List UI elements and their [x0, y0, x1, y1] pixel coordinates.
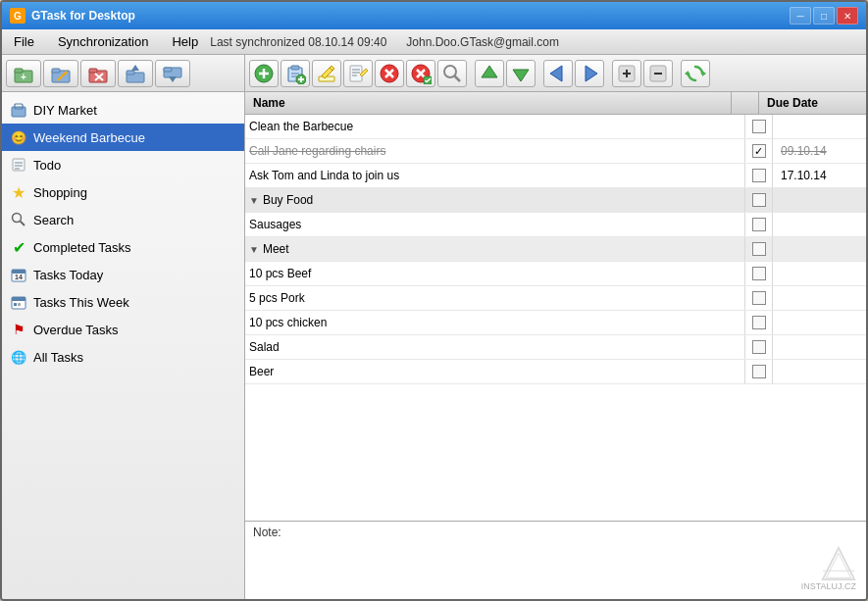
task-checkbox[interactable]	[752, 340, 766, 354]
table-row[interactable]: Sausages	[245, 213, 866, 237]
menu-file[interactable]: File	[2, 29, 46, 54]
sidebar-item-diy-market[interactable]: DIY Market	[2, 96, 244, 124]
task-list-container: Name Due Date Clean the Barbecue	[245, 92, 866, 521]
delete-completed-button[interactable]	[406, 60, 435, 87]
task-check-cell[interactable]	[745, 311, 773, 334]
sidebar-item-search[interactable]: Search	[2, 206, 244, 233]
table-row[interactable]: Beer	[245, 360, 866, 384]
task-checkbox[interactable]	[752, 218, 766, 231]
svg-marker-54	[685, 71, 689, 76]
table-row[interactable]: Salad	[245, 335, 866, 360]
task-date-cell: 09.10.14	[773, 139, 866, 163]
zoom-out-button[interactable]	[643, 60, 673, 87]
task-check-cell[interactable]	[745, 335, 773, 359]
weekend-barbecue-icon: 😊	[10, 128, 27, 146]
shopping-label: Shopping	[33, 185, 87, 200]
main-area: DIY Market 😊 Weekend Barbecue Todo ★ Sho…	[2, 92, 866, 599]
sidebar-item-todo[interactable]: Todo	[2, 151, 244, 178]
task-name: 10 pcs chicken	[249, 316, 327, 329]
task-check-cell[interactable]	[745, 115, 773, 138]
note-label: Note:	[245, 522, 866, 543]
menu-help[interactable]: Help	[160, 29, 210, 54]
task-checkbox[interactable]	[752, 267, 766, 280]
edit-list-button[interactable]	[43, 60, 78, 87]
zoom-in-button[interactable]	[612, 60, 641, 87]
task-checkbox[interactable]	[752, 242, 766, 256]
sidebar-item-overdue-tasks[interactable]: ⚑ Overdue Tasks	[2, 316, 244, 343]
task-checkbox[interactable]: ✓	[752, 144, 766, 158]
add-subtask-button[interactable]	[281, 60, 310, 87]
sidebar-item-shopping[interactable]: ★ Shopping	[2, 178, 244, 206]
edit-task-button[interactable]	[312, 60, 341, 87]
task-name: Ask Tom and Linda to join us	[249, 169, 399, 182]
close-button[interactable]: ✕	[837, 7, 858, 25]
task-checkbox[interactable]	[752, 120, 766, 133]
sidebar-item-all-tasks[interactable]: 🌐 All Tasks	[2, 343, 244, 371]
task-check-cell[interactable]	[745, 213, 773, 236]
app-icon: G	[10, 8, 26, 24]
move-down-list-button[interactable]	[155, 60, 190, 87]
add-list-button[interactable]: +	[6, 60, 41, 87]
task-name: Beer	[249, 365, 274, 378]
svg-marker-45	[513, 70, 529, 81]
expand-icon[interactable]: ▼	[249, 195, 259, 206]
remove-list-button[interactable]	[80, 60, 116, 87]
table-row[interactable]: 10 pcs Beef	[245, 262, 866, 286]
expand-icon[interactable]: ▼	[249, 244, 259, 255]
task-check-cell[interactable]: ✓	[745, 139, 773, 163]
task-check-cell[interactable]	[745, 164, 773, 187]
task-checkbox[interactable]	[752, 291, 766, 305]
task-check-cell[interactable]	[745, 188, 773, 212]
task-name: Sausages	[249, 218, 301, 231]
add-task-button[interactable]	[249, 60, 279, 87]
task-checkbox[interactable]	[752, 365, 766, 378]
minimize-button[interactable]: ─	[790, 7, 811, 25]
refresh-button[interactable]	[681, 60, 710, 87]
task-name-cell: 5 pcs Pork	[245, 286, 745, 310]
task-checkbox[interactable]	[752, 193, 766, 207]
move-left-button[interactable]	[543, 60, 573, 87]
task-date-cell	[773, 213, 866, 236]
maximize-button[interactable]: □	[813, 7, 835, 25]
table-row[interactable]: ▼ Meet	[245, 237, 866, 262]
table-row[interactable]: 5 pcs Pork	[245, 286, 866, 311]
menu-synchronization[interactable]: Synchronization	[46, 29, 161, 54]
move-up-button[interactable]	[475, 60, 504, 87]
table-row[interactable]: Ask Tom and Linda to join us 17.10.14	[245, 164, 866, 188]
move-up-list-button[interactable]	[118, 60, 153, 87]
svg-text:14: 14	[15, 274, 23, 280]
task-check-cell[interactable]	[745, 237, 773, 261]
sidebar-item-completed-tasks[interactable]: ✔ Completed Tasks	[2, 233, 244, 261]
table-row[interactable]: Clean the Barbecue	[245, 115, 866, 139]
task-date-cell: 17.10.14	[773, 164, 866, 187]
task-date-cell	[773, 335, 866, 359]
svg-rect-12	[127, 71, 134, 75]
task-check-cell[interactable]	[745, 262, 773, 285]
svg-rect-69	[18, 303, 21, 306]
table-row[interactable]: ▼ Buy Food	[245, 188, 866, 213]
sidebar-item-tasks-this-week[interactable]: Tasks This Week	[2, 288, 244, 316]
svg-marker-13	[131, 65, 139, 71]
content-toolbar	[245, 55, 866, 91]
move-down-button[interactable]	[506, 60, 536, 87]
task-list-body[interactable]: Clean the Barbecue Call Jane regarding c…	[245, 115, 866, 521]
sidebar-item-tasks-today[interactable]: 14 Tasks Today	[2, 261, 244, 288]
overdue-tasks-label: Overdue Tasks	[33, 323, 118, 337]
move-right-button[interactable]	[575, 60, 604, 87]
task-checkbox[interactable]	[752, 169, 766, 182]
task-name-cell: Sausages	[245, 213, 745, 236]
sidebar-item-weekend-barbecue[interactable]: 😊 Weekend Barbecue	[2, 124, 244, 151]
table-row[interactable]: 10 pcs chicken	[245, 311, 866, 335]
menu-bar-left: File Synchronization Help	[2, 29, 210, 54]
svg-marker-44	[482, 66, 497, 77]
delete-task-button[interactable]	[375, 60, 404, 87]
search-toolbar-button[interactable]	[437, 60, 467, 87]
table-row[interactable]: Call Jane regarding chairs ✓ 09.10.14	[245, 139, 866, 164]
edit-note-button[interactable]	[343, 60, 373, 87]
task-date-cell	[773, 237, 866, 261]
task-name-cell: ▼ Meet	[245, 237, 745, 261]
app-window: G GTask for Desktop ─ □ ✕ File Synchroni…	[0, 0, 868, 601]
task-checkbox[interactable]	[752, 316, 766, 329]
task-check-cell[interactable]	[745, 286, 773, 310]
task-check-cell[interactable]	[745, 360, 773, 383]
